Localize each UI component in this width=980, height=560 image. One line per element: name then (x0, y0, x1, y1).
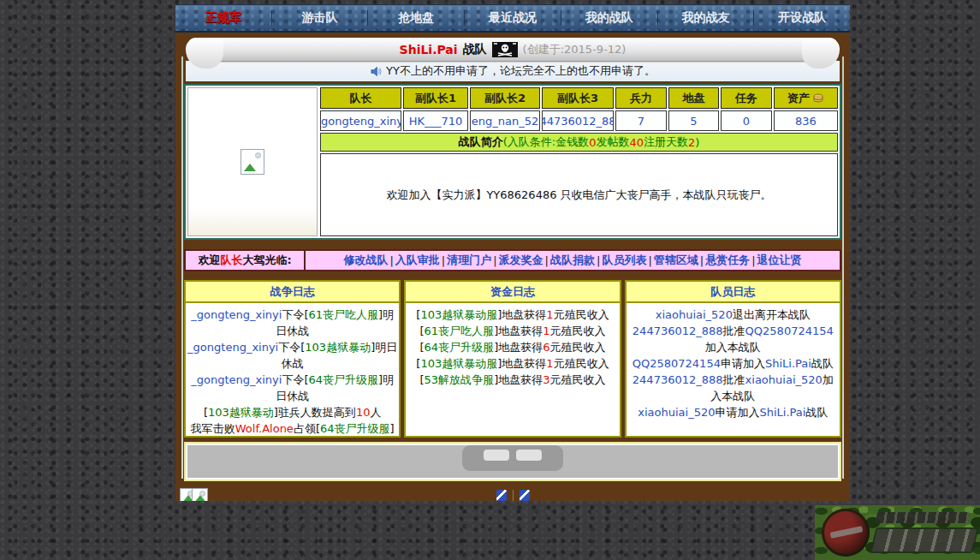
text-segment: 退出离开本战队 (733, 308, 811, 321)
admin-link[interactable]: 管辖区域 (654, 253, 698, 268)
text-segment: 53解放战争服 (425, 373, 495, 386)
footer-glyph-left[interactable] (496, 490, 507, 501)
text-segment: xiaohuiai_520 (638, 406, 715, 419)
text-segment: 244736012_888 (633, 373, 723, 386)
text-segment: 发帖数 (596, 134, 629, 150)
text-segment: 64丧尸升级服 (308, 373, 378, 386)
text-segment: 大驾光临: (242, 253, 291, 268)
team-intro-text: 欢迎加入【实力派】YY68626486 只收电信广大丧尸高手，本战队只玩丧尸。 (386, 188, 771, 203)
link-separator: | (648, 254, 651, 267)
text-segment: _gongteng_xinyi (187, 341, 278, 354)
admin-link[interactable]: 入队审批 (395, 253, 440, 268)
log-line: [61丧尸吃人服]地盘获得1元殖民收入 (407, 323, 617, 339)
text-segment: 申请加入 (715, 406, 759, 419)
coin-stack-icon (812, 93, 824, 104)
team-created-date: (创建于:2015-9-12) (523, 42, 627, 57)
text-segment: 元殖民收入 (549, 325, 605, 337)
footer-tab-image-left (484, 450, 509, 461)
speaker-icon (370, 65, 383, 78)
text-segment: 244736012_888 (633, 325, 723, 337)
cell-leader: _gongteng_xinyi (320, 110, 401, 131)
link-separator: | (597, 254, 600, 267)
admin-link[interactable]: 退位让贤 (757, 253, 802, 268)
text-segment: 103越狱暴动 (208, 406, 274, 419)
admin-link[interactable]: 队员列表 (602, 253, 646, 268)
log-line: 244736012_888批准QQ2580724154加入本战队 (628, 323, 838, 355)
text-segment: ShiLi.Pai (765, 357, 811, 370)
text-segment: 元殖民收入 (549, 373, 605, 386)
nav-item-my-team[interactable]: 我的战队 (561, 5, 657, 31)
war-log-title: 战争日志 (186, 282, 399, 303)
text-segment: 申请加入 (721, 357, 765, 370)
frame-edge-right (842, 57, 844, 479)
nav-item-grab-territory[interactable]: 抢地盘 (368, 5, 464, 31)
text-segment: 1 (546, 308, 553, 321)
text-segment: 战队 (811, 357, 834, 370)
team-name-suffix: 战队 (463, 42, 487, 57)
log-line: 我军击败Wolf.Alone占领[64丧尸升级服] (187, 420, 397, 436)
team-table: 队长 副队长1 副队长2 副队长3 兵力 地盘 任务 资产 (320, 87, 838, 236)
team-summary-section: 队长 副队长1 副队长2 副队长3 兵力 地盘 任务 资产 (184, 84, 841, 240)
text-segment: 下令[ (278, 341, 305, 354)
footer-glyph-separator (513, 490, 514, 501)
team-intro-bar: 战队简介 (入队条件:金钱数0 发帖数40 注册天数2) (320, 133, 838, 152)
team-table-header-row: 队长 副队长1 副队长2 副队长3 兵力 地盘 任务 资产 (320, 87, 838, 109)
col-header-vice3: 副队长3 (542, 87, 614, 109)
welcome-admin-bar: 欢迎队长大驾光临: 修改战队 |入队审批 |清理门户 |派发奖金 |战队捐款 |… (184, 249, 841, 271)
admin-link[interactable]: 派发奖金 (499, 253, 543, 268)
text-segment: Wolf.Alone (235, 422, 294, 435)
link-separator: | (493, 254, 496, 267)
text-segment: 战队 (805, 406, 828, 419)
text-segment: 队长 (220, 253, 242, 268)
nav-item-recent-battles[interactable]: 最近战况 (465, 5, 561, 31)
text-segment: 2 (688, 136, 695, 149)
member-log-column: 队员日志 xiaohuiai_520退出离开本战队244736012_888批准… (625, 280, 841, 438)
col-header-vice2: 副队长2 (470, 87, 540, 109)
text-segment: ShiLi.Pai (759, 406, 805, 419)
cell-troops: 7 (615, 110, 667, 131)
admin-link[interactable]: 战队捐款 (550, 253, 595, 268)
footer-glyph-right[interactable] (520, 490, 530, 501)
money-log-title: 资金日志 (406, 282, 619, 303)
text-segment: ) (695, 136, 699, 149)
watermark-text-main (870, 527, 978, 553)
log-line: 244736012_888批准xiaohuiai_520加入本战队 (628, 372, 838, 404)
cell-assets: 836 (774, 110, 838, 131)
text-segment: ]地盘获得 (494, 373, 543, 386)
text-segment: 61丧尸吃人服 (308, 308, 378, 321)
admin-link[interactable]: 清理门户 (447, 253, 491, 268)
money-log-body: [103越狱暴动服]地盘获得1元殖民收入[61丧尸吃人服]地盘获得1元殖民收入[… (406, 303, 619, 436)
log-line: xiaohuiai_520申请加入ShiLi.Pai战队 (628, 404, 838, 420)
col-header-missions: 任务 (721, 87, 772, 109)
admin-link[interactable]: 悬赏任务 (705, 253, 750, 268)
text-segment: 元殖民收入 (554, 308, 609, 321)
admin-link[interactable]: 修改战队 (343, 253, 388, 268)
col-header-assets: 资产 (774, 87, 838, 109)
text-segment: xiaohuiai_520 (745, 373, 823, 386)
war-log-body: _gongteng_xinyi下令[61丧尸吃人服]明日休战_gongteng_… (186, 303, 399, 436)
text-segment: 战队简介 (459, 134, 503, 150)
log-line: [103越狱暴动]驻兵人数提高到10人 (187, 404, 397, 420)
log-line: _gongteng_xinyi下令[61丧尸吃人服]明日休战 (187, 307, 397, 339)
nav-item-regular-army[interactable]: 正规军 (175, 5, 271, 31)
cell-missions: 0 (721, 110, 772, 131)
announcement-bar: YY不上的不用申请了，论坛完全不上的也不用申请了。 (186, 61, 840, 81)
nav-item-guerrilla[interactable]: 游击队 (272, 5, 368, 31)
text-segment: 下令[ (282, 308, 308, 321)
text-segment: 占领[ (294, 422, 320, 435)
text-segment: 103越狱暴动服 (420, 308, 497, 321)
text-segment: _gongteng_xinyi (191, 373, 282, 386)
text-segment: 欢迎 (198, 253, 220, 268)
nav-item-my-comrades[interactable]: 我的战友 (658, 5, 754, 31)
text-segment: QQ2580724154 (745, 325, 834, 337)
link-separator: | (389, 254, 393, 267)
log-line: xiaohuiai_520退出离开本战队 (628, 307, 838, 323)
text-segment: xiaohuiai_520 (656, 308, 733, 321)
team-name: ShiLi.Pai (400, 43, 458, 57)
text-segment: 10 (356, 406, 371, 419)
text-segment: 人 (370, 406, 381, 419)
log-line: [53解放战争服]地盘获得3元殖民收入 (407, 372, 617, 388)
log-line: QQ2580724154申请加入ShiLi.Pai战队 (628, 355, 838, 372)
watermark-text-top (876, 512, 970, 523)
nav-item-create-team[interactable]: 开设战队 (754, 5, 850, 31)
